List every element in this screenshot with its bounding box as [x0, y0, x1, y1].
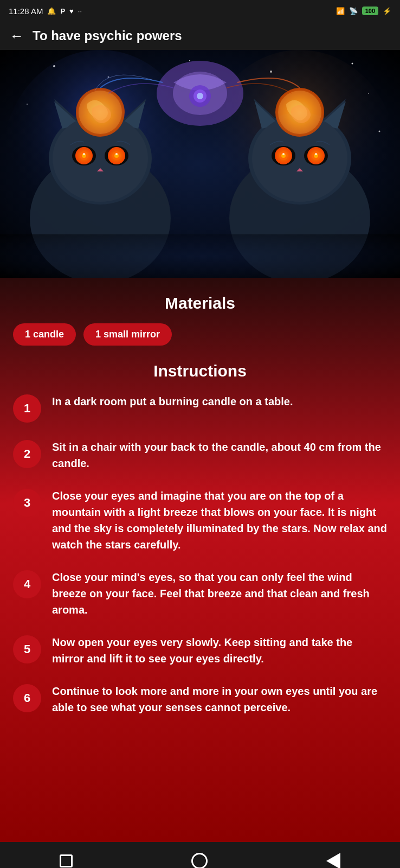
hero-image	[0, 50, 400, 278]
step-4: 4 Close your mind's eyes, so that you ca…	[13, 569, 387, 618]
step-1: 1 In a dark room put a burning candle on…	[13, 393, 387, 423]
step-number-1: 1	[13, 394, 41, 423]
step-number-5: 5	[13, 635, 41, 663]
signal-icon: 📶	[336, 7, 345, 15]
material-chip-candle: 1 candle	[13, 323, 76, 346]
p-icon: P	[60, 7, 65, 15]
svg-point-49	[315, 153, 317, 155]
step-text-5: Now open your eyes very slowly. Keep sit…	[52, 634, 387, 667]
step-text-4: Close your mind's eyes, so that you can …	[52, 569, 387, 618]
svg-rect-56	[0, 234, 400, 278]
battery-display: 100	[362, 7, 378, 15]
svg-point-25	[83, 153, 85, 155]
status-right: 📶 📡 100 ⚡	[336, 7, 391, 15]
time-display: 11:28 AM	[9, 7, 43, 16]
nav-square-button[interactable]	[60, 854, 73, 867]
step-text-1: In a dark room put a burning candle on a…	[52, 393, 387, 410]
step-6: 6 Continue to look more and more in your…	[13, 683, 387, 716]
step-number-4: 4	[13, 570, 41, 598]
nav-back-button[interactable]	[326, 853, 340, 868]
step-text-2: Sit in a chair with your back to the can…	[52, 439, 387, 471]
dots-icon: ··	[78, 7, 82, 15]
step-3: 3 Close your eyes and imagine that you a…	[13, 488, 387, 553]
back-button[interactable]: ←	[10, 29, 24, 43]
square-icon	[60, 854, 73, 867]
svg-point-3	[189, 60, 190, 61]
bolt-icon: ⚡	[383, 7, 391, 15]
materials-title: Materials	[13, 294, 387, 312]
step-number-3: 3	[13, 489, 41, 517]
main-content: Materials 1 candle 1 small mirror Instru…	[0, 278, 400, 842]
top-bar: ← To have psychic powers	[0, 22, 400, 50]
svg-point-55	[197, 93, 203, 99]
svg-point-5	[352, 63, 353, 65]
step-number-6: 6	[13, 684, 41, 712]
nav-home-button[interactable]	[191, 853, 208, 868]
navigation-bar	[0, 842, 400, 868]
step-2: 2 Sit in a chair with your back to the c…	[13, 439, 387, 471]
svg-point-45	[282, 153, 285, 155]
status-left: 11:28 AM 🔔 P ♥ ··	[9, 7, 82, 16]
circle-icon	[191, 853, 208, 868]
step-number-2: 2	[13, 440, 41, 468]
instructions-title: Instructions	[13, 362, 387, 380]
step-5: 5 Now open your eyes very slowly. Keep s…	[13, 634, 387, 667]
status-bar: 11:28 AM 🔔 P ♥ ·· 📶 📡 100 ⚡	[0, 0, 400, 22]
notification-icon: 🔔	[47, 7, 56, 15]
svg-point-29	[115, 153, 118, 155]
triangle-icon	[326, 853, 340, 868]
step-text-6: Continue to look more and more in your o…	[52, 683, 387, 716]
step-text-3: Close your eyes and imagine that you are…	[52, 488, 387, 553]
heart-icon: ♥	[69, 7, 74, 15]
wifi-icon: 📡	[349, 7, 358, 15]
page-title: To have psychic powers	[33, 28, 182, 43]
materials-list: 1 candle 1 small mirror	[13, 323, 387, 346]
material-chip-mirror: 1 small mirror	[83, 323, 172, 346]
